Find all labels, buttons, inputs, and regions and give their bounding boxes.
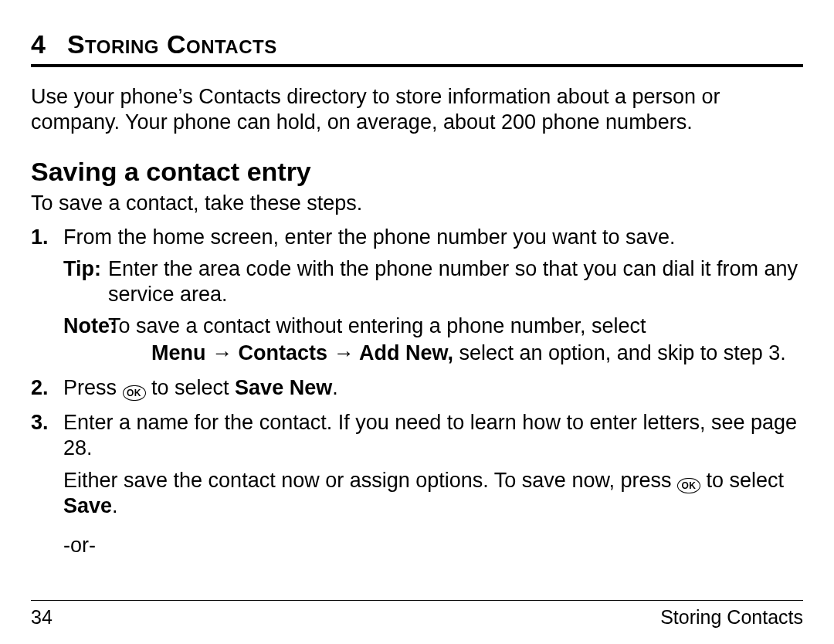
- page-footer: 34 Storing Contacts: [31, 606, 803, 629]
- section-lead: To save a contact, take these steps.: [31, 192, 803, 215]
- chapter-title: Storing Contacts: [67, 29, 277, 59]
- page-number: 34: [31, 606, 53, 629]
- extra-b: to select: [700, 469, 784, 492]
- step-1: 1. From the home screen, enter the phone…: [63, 225, 803, 366]
- section-title: Saving a contact entry: [31, 157, 803, 187]
- footer-rule: [31, 600, 803, 601]
- step-text: Enter a name for the contact. If you nee…: [63, 411, 797, 459]
- save-new-label: Save New: [235, 376, 332, 399]
- step-3: 3. Enter a name for the contact. If you …: [63, 410, 803, 559]
- tip-label: Tip:: [63, 256, 108, 282]
- chapter-heading: 4 Storing Contacts: [31, 29, 803, 59]
- chapter-number: 4: [31, 29, 46, 59]
- step-3-extra: Either save the contact now or assign op…: [63, 468, 803, 519]
- running-header: Storing Contacts: [660, 606, 803, 629]
- save-label: Save: [63, 494, 112, 517]
- steps-list: 1. From the home screen, enter the phone…: [31, 225, 803, 558]
- period: .: [332, 376, 338, 399]
- step-text-a: Press: [63, 376, 123, 399]
- note-body-b: select an option, and skip to step 3.: [453, 341, 786, 364]
- ok-icon: OK: [677, 478, 700, 493]
- or-text: -or-: [63, 533, 803, 558]
- step-text: From the home screen, enter the phone nu…: [63, 225, 675, 249]
- note-body-a: To save a contact without entering a pho…: [108, 314, 646, 337]
- step-number: 1.: [31, 225, 49, 250]
- note-label: Note:: [63, 314, 108, 339]
- step-number: 3.: [31, 410, 49, 436]
- note-block: Note:To save a contact without entering …: [63, 314, 803, 366]
- step-2: 2. Press OK to select Save New.: [63, 375, 803, 401]
- step-number: 2.: [31, 375, 49, 401]
- tip-block: Tip:Enter the area code with the phone n…: [63, 256, 803, 307]
- ok-icon: OK: [123, 385, 146, 401]
- step-text-b: to select: [146, 376, 236, 399]
- menu-path: Menu → Contacts → Add New,: [151, 341, 453, 364]
- heading-rule: [31, 64, 803, 67]
- extra-a: Either save the contact now or assign op…: [63, 469, 677, 492]
- intro-paragraph: Use your phone’s Contacts directory to s…: [31, 84, 803, 135]
- period: .: [112, 494, 118, 517]
- tip-body: Enter the area code with the phone numbe…: [108, 257, 798, 306]
